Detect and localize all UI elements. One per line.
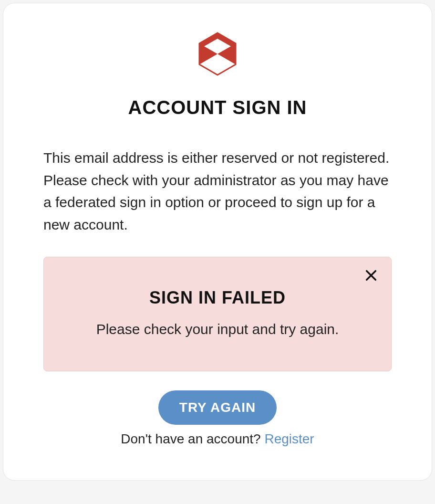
error-alert: SIGN IN FAILED Please check your input a… — [43, 257, 392, 371]
try-again-button[interactable]: TRY AGAIN — [158, 390, 277, 425]
alert-title: SIGN IN FAILED — [61, 288, 374, 308]
close-icon — [364, 276, 378, 284]
close-alert-button[interactable] — [362, 267, 380, 285]
register-prompt: Don't have an account? Register — [121, 431, 314, 447]
register-prompt-text: Don't have an account? — [121, 431, 264, 446]
register-link[interactable]: Register — [264, 431, 314, 446]
alert-body: Please check your input and try again. — [61, 321, 374, 337]
brand-logo-icon — [198, 32, 237, 78]
info-message: This email address is either reserved or… — [43, 147, 392, 236]
signin-card: ACCOUNT SIGN IN This email address is ei… — [3, 3, 432, 481]
page-title: ACCOUNT SIGN IN — [128, 97, 307, 118]
